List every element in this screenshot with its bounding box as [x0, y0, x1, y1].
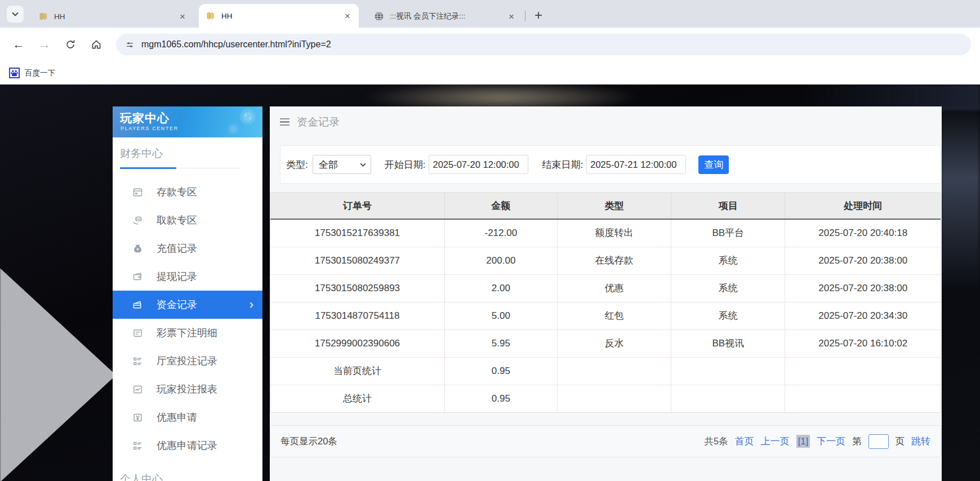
- table-cell: 1753015080259893: [270, 274, 444, 302]
- type-select-value: 全部: [319, 158, 360, 171]
- close-tab-icon[interactable]: ×: [177, 11, 188, 23]
- table-cell: 红包: [557, 302, 671, 329]
- browser-chrome: HH × HH × :::视讯 会员下注纪录::: × + ← →: [0, 0, 980, 84]
- sidebar-item-player-bet-report[interactable]: 玩家投注报表: [113, 375, 262, 403]
- total-count: 共5条: [704, 435, 728, 448]
- player-bet-report-icon: [132, 384, 143, 395]
- tab-hh-1[interactable]: HH ×: [32, 5, 194, 28]
- back-icon[interactable]: ←: [9, 35, 28, 54]
- chevron-down-icon: [360, 163, 366, 167]
- sidebar-item-label: 厅室投注记录: [157, 354, 217, 368]
- site-info-icon[interactable]: [125, 40, 135, 50]
- hall-bet-record-icon: [132, 356, 143, 367]
- hh-gold-favicon: [206, 11, 216, 21]
- tab-search-button[interactable]: [7, 6, 24, 23]
- summary-row: 当前页统计0.95: [270, 357, 941, 385]
- url-text[interactable]: mgm1065.com/hhcp/usercenter.html?iniType…: [141, 39, 331, 50]
- table-cell: 5.00: [444, 302, 557, 329]
- tab-strip: HH × HH × :::视讯 会员下注纪录::: × +: [0, 0, 980, 28]
- bookmarks-bar: 百度一下: [0, 61, 980, 84]
- jump-button[interactable]: 跳转: [911, 435, 930, 448]
- sidebar-banner: 玩家中心 PLAYERS CENTER: [113, 106, 262, 137]
- reload-icon[interactable]: [61, 35, 80, 54]
- start-date-label: 开始日期:: [385, 158, 426, 171]
- close-tab-icon[interactable]: ×: [506, 11, 517, 23]
- table-row: 17530148707541185.00红包系统2025-07-20 20:34…: [270, 302, 941, 329]
- page-title: 资金记录: [297, 115, 340, 130]
- table-cell: 2025-07-20 20:38:00: [785, 247, 941, 274]
- table-row: 17529990023906065.95反水BB视讯2025-07-20 16:…: [270, 329, 941, 357]
- chevron-right-icon: ›: [250, 297, 253, 312]
- tab-separator: [525, 11, 525, 21]
- section-personal-center: 个人中心: [113, 460, 262, 481]
- hamburger-icon[interactable]: [280, 118, 289, 126]
- close-tab-icon[interactable]: ×: [342, 10, 353, 22]
- tab-title: :::视讯 会员下注纪录:::: [390, 11, 501, 21]
- summary-row: 总统计0.95: [270, 385, 941, 412]
- first-page-link[interactable]: 首页: [735, 435, 754, 448]
- sidebar-item-deposit[interactable]: 存款专区: [113, 178, 262, 206]
- table-row: 17530150802598932.00优惠系统2025-07-20 20:38…: [270, 274, 941, 302]
- pagination-bar: 每页显示20条 共5条 首页 上一页 [1] 下一页 第 页 跳转: [270, 425, 941, 457]
- table-cell: 0.95: [444, 357, 557, 385]
- table-cell: 2025-07-20 20:40:18: [785, 219, 941, 247]
- table-cell: 系统: [671, 302, 785, 329]
- sidebar-item-label: 存款专区: [157, 185, 197, 199]
- prev-page-link[interactable]: 上一页: [761, 435, 790, 448]
- section-finance-center: 财务中心: [113, 137, 262, 166]
- table-cell: 系统: [671, 247, 785, 274]
- bookmark-baidu[interactable]: 百度一下: [25, 68, 55, 78]
- table-header-row: 订单号金额类型项目处理时间: [270, 193, 941, 219]
- funds-table: 订单号金额类型项目处理时间 1753015217639381-212.00额度转…: [270, 192, 941, 413]
- table-cell: 1752999002390606: [270, 329, 444, 357]
- tab-title: HH: [221, 12, 337, 20]
- page-jump-input[interactable]: [868, 434, 889, 449]
- sidebar-item-withdrawal-record[interactable]: 提现记录: [113, 262, 262, 291]
- table-row: 1753015080249377200.00在线存款系统2025-07-20 2…: [270, 247, 941, 274]
- home-icon[interactable]: [87, 35, 106, 54]
- chevron-down-icon: [12, 12, 19, 16]
- sidebar-item-label: 提现记录: [157, 270, 197, 283]
- globe-favicon: [374, 11, 384, 21]
- table-cell: 5.95: [444, 329, 557, 357]
- table-cell: 反水: [557, 329, 671, 357]
- new-tab-button[interactable]: +: [530, 7, 547, 23]
- column-header: 类型: [557, 193, 671, 219]
- forward-icon[interactable]: →: [35, 35, 54, 54]
- tab-video-records[interactable]: :::视讯 会员下注纪录::: ×: [367, 5, 523, 28]
- table-cell: 额度转出: [557, 219, 671, 247]
- deposit-icon: [132, 187, 143, 198]
- table-cell: [671, 357, 785, 385]
- background-triangle: [0, 268, 116, 481]
- table-row: 1753015217639381-212.00额度转出BB平台2025-07-2…: [270, 219, 941, 247]
- page-background: 玩家中心 PLAYERS CENTER 财务中心 存款专区取款专区¥充值记录提现…: [0, 84, 980, 481]
- sidebar-item-hall-bet-record[interactable]: 厅室投注记录: [113, 347, 262, 375]
- promo-apply-icon: [132, 412, 143, 423]
- sidebar-item-recharge-record[interactable]: ¥充值记录: [113, 234, 262, 262]
- column-header: 订单号: [270, 193, 444, 219]
- start-date-input[interactable]: [429, 155, 528, 174]
- end-date-input[interactable]: [586, 155, 686, 174]
- svg-text:¥: ¥: [137, 247, 139, 251]
- sidebar-item-lottery-bet-detail[interactable]: 彩票下注明细: [113, 319, 262, 347]
- type-select[interactable]: 全部: [313, 155, 371, 174]
- sidebar-item-promo-apply-record[interactable]: 优惠申请记录: [113, 431, 262, 460]
- tab-title: HH: [54, 12, 172, 21]
- sidebar-item-withdraw[interactable]: 取款专区: [113, 206, 262, 234]
- background-streak: [941, 101, 980, 293]
- funds-record-icon: [132, 300, 143, 310]
- sidebar-item-funds-record[interactable]: 资金记录›: [113, 291, 262, 319]
- omnibox[interactable]: mgm1065.com/hhcp/usercenter.html?iniType…: [116, 34, 971, 55]
- table-cell: 2.00: [444, 274, 557, 302]
- sidebar-item-label: 充值记录: [157, 242, 197, 255]
- search-button[interactable]: 查询: [698, 155, 729, 174]
- table-cell: 1753014870754118: [270, 302, 444, 329]
- next-page-link[interactable]: 下一页: [817, 435, 845, 448]
- sidebar-item-promo-apply[interactable]: 优惠申请: [113, 403, 262, 431]
- lottery-bet-detail-icon: [132, 328, 143, 339]
- hh-gold-favicon: [38, 11, 48, 21]
- table-cell: BB平台: [671, 219, 785, 247]
- tab-hh-2-active[interactable]: HH ×: [199, 4, 359, 28]
- table-cell: 总统计: [270, 385, 444, 412]
- table-cell: [785, 385, 941, 412]
